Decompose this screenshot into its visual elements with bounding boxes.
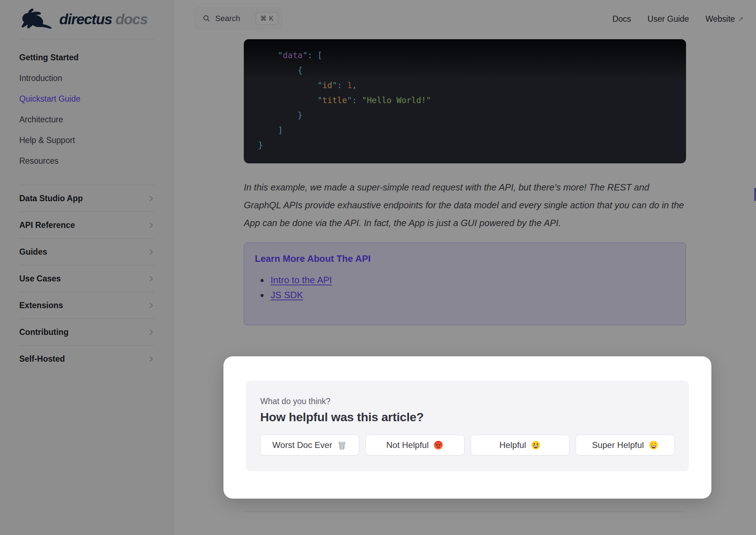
- feedback-card: What do you think? How helpful was this …: [246, 381, 689, 471]
- feedback-button-helpful[interactable]: Helpful: [471, 435, 570, 455]
- feedback-button-worst-doc-ever[interactable]: Worst Doc Ever: [260, 435, 359, 455]
- star-struck-emoji-icon: [649, 440, 659, 450]
- feedback-button-label: Worst Doc Ever: [272, 440, 332, 450]
- feedback-button-label: Not Helpful: [386, 440, 429, 450]
- feedback-spotlight-panel: What do you think? How helpful was this …: [223, 356, 711, 499]
- feedback-buttons: Worst Doc EverNot HelpfulHelpfulSuper He…: [260, 435, 675, 455]
- feedback-question: How helpful was this article?: [260, 410, 675, 424]
- feedback-button-label: Super Helpful: [592, 440, 644, 450]
- angry-emoji-icon: [433, 440, 443, 450]
- feedback-kicker: What do you think?: [260, 396, 675, 406]
- feedback-button-not-helpful[interactable]: Not Helpful: [366, 435, 464, 455]
- smile-emoji-icon: [531, 440, 541, 450]
- trash-emoji-icon: [337, 440, 347, 450]
- feedback-button-super-helpful[interactable]: Super Helpful: [576, 435, 675, 455]
- page-root: directus docs Getting Started Introducti…: [0, 0, 756, 535]
- feedback-button-label: Helpful: [499, 440, 526, 450]
